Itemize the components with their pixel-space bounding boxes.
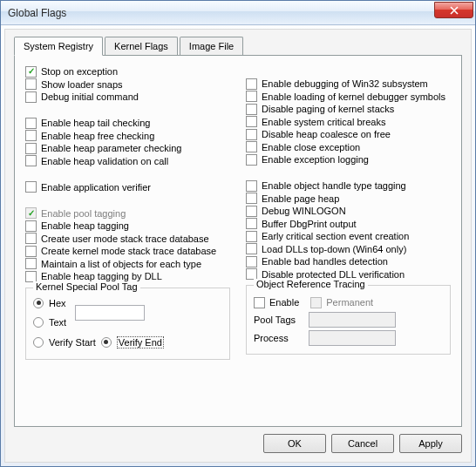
- kernel-special-pool-tag-group: Kernel Special Pool Tag Hex Text: [25, 288, 230, 360]
- right-check-a-2[interactable]: Disable paging of kernel stacks: [246, 104, 451, 115]
- kspt-title: Kernel Special Pool Tag: [33, 281, 140, 292]
- right-check-a-5[interactable]: Enable close exception: [246, 141, 451, 152]
- left-check-d-1[interactable]: Enable heap tagging: [25, 220, 230, 232]
- right-check-b-6[interactable]: Enable bad handles detection: [246, 256, 451, 267]
- left-check-a-0[interactable]: Stop on exception: [25, 66, 230, 78]
- right-column: Enable debugging of Win32 subsystemEnabl…: [246, 64, 451, 360]
- tabstrip: System Registry Kernel Flags Image File: [14, 37, 462, 55]
- right-check-b-3[interactable]: Buffer DbgPrint output: [246, 218, 451, 229]
- left-check-b-1[interactable]: Enable heap free checking: [25, 130, 230, 141]
- left-check-d-4[interactable]: Maintain a list of objects for each type: [25, 258, 230, 269]
- radio-verify-start[interactable]: Verify Start: [33, 337, 96, 348]
- left-check-a-2[interactable]: Debug initial command: [25, 91, 230, 103]
- radio-hex[interactable]: Hex: [33, 298, 66, 308]
- ok-button[interactable]: OK: [263, 434, 326, 453]
- left-check-c-0[interactable]: Enable application verifier: [25, 181, 230, 193]
- window-title: Global Flags: [8, 7, 434, 19]
- right-check-b-0[interactable]: Enable object handle type tagging: [246, 180, 451, 192]
- global-flags-window: Global Flags System Registry Kernel Flag…: [0, 0, 476, 467]
- left-check-b-0[interactable]: Enable heap tail checking: [25, 118, 230, 129]
- ort-process-input[interactable]: [309, 330, 396, 346]
- ort-process-label: Process: [254, 333, 304, 343]
- ort-enable-checkbox[interactable]: Enable: [254, 297, 299, 308]
- left-column: Stop on exceptionShow loader snapsDebug …: [25, 64, 230, 360]
- right-check-a-4[interactable]: Disable heap coalesce on free: [246, 129, 451, 140]
- right-check-b-2[interactable]: Debug WINLOGON: [246, 206, 451, 217]
- radio-text-indicator: [33, 317, 44, 328]
- right-check-b-5[interactable]: Load DLLs top-down (Win64 only): [246, 243, 451, 254]
- right-check-a-3[interactable]: Enable system critical breaks: [246, 116, 451, 127]
- left-check-d-0: Enable pool tagging: [25, 207, 230, 219]
- tab-image-file[interactable]: Image File: [180, 37, 243, 55]
- left-check-d-2[interactable]: Create user mode stack trace database: [25, 233, 230, 244]
- object-reference-tracing-group: Object Reference Tracing Enable Permanen…: [246, 285, 451, 355]
- left-check-a-1[interactable]: Show loader snaps: [25, 78, 230, 90]
- left-check-b-3[interactable]: Enable heap validation on call: [25, 155, 230, 166]
- radio-verify-end[interactable]: Verify End: [101, 336, 164, 349]
- right-check-a-0[interactable]: Enable debugging of Win32 subsystem: [246, 78, 451, 90]
- left-check-b-2[interactable]: Enable heap parameter checking: [25, 143, 230, 154]
- right-check-b-1[interactable]: Enable page heap: [246, 193, 451, 204]
- right-check-a-6[interactable]: Enable exception logging: [246, 154, 451, 166]
- client-area: System Registry Kernel Flags Image File …: [4, 29, 472, 463]
- close-icon: [450, 6, 459, 15]
- tab-system-registry[interactable]: System Registry: [14, 37, 103, 56]
- ort-pooltags-input[interactable]: [309, 312, 396, 328]
- radio-verify-start-indicator: [33, 337, 44, 348]
- right-check-a-1[interactable]: Enable loading of kernel debugger symbol…: [246, 91, 451, 102]
- close-button[interactable]: [434, 2, 473, 18]
- left-check-d-3[interactable]: Create kernel mode stack trace database: [25, 246, 230, 257]
- dialog-buttons: OK Cancel Apply: [14, 427, 462, 453]
- ort-permanent-checkbox: Permanent: [310, 297, 373, 308]
- cancel-button[interactable]: Cancel: [331, 434, 394, 453]
- ort-pooltags-label: Pool Tags: [254, 315, 304, 325]
- radio-text[interactable]: Text: [33, 317, 66, 328]
- tab-panel: Stop on exceptionShow loader snapsDebug …: [14, 55, 462, 427]
- kspt-value-input[interactable]: [75, 305, 145, 321]
- apply-button[interactable]: Apply: [399, 434, 462, 453]
- tab-kernel-flags[interactable]: Kernel Flags: [105, 37, 178, 55]
- ort-title: Object Reference Tracing: [254, 279, 368, 289]
- radio-verify-end-indicator: [101, 337, 112, 348]
- titlebar: Global Flags: [1, 1, 475, 25]
- radio-hex-indicator: [33, 298, 44, 308]
- right-check-b-4[interactable]: Early critical section event creation: [246, 231, 451, 242]
